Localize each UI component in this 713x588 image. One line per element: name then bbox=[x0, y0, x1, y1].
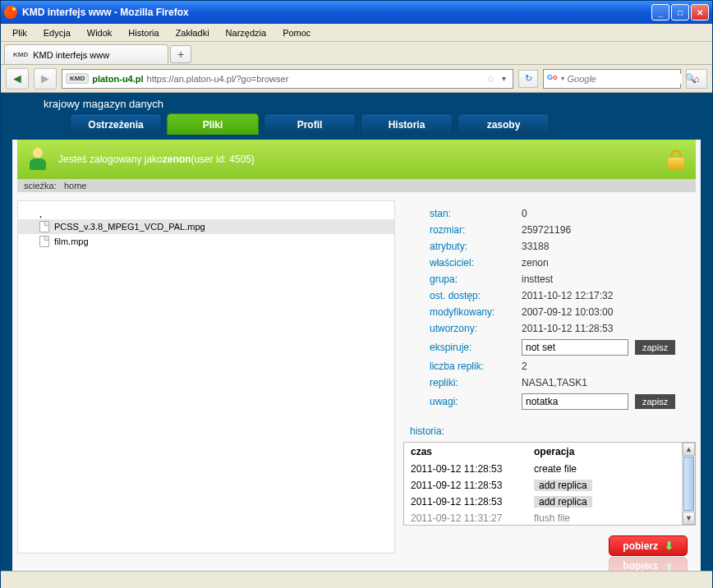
scroll-down-icon[interactable]: ▼ bbox=[683, 512, 695, 525]
search-engine-icon[interactable]: Go bbox=[547, 73, 558, 85]
file-row[interactable]: PCSS_v.3.8_MPEG1_VCD_PAL.mpg bbox=[18, 219, 394, 234]
history-op: flush file bbox=[534, 512, 570, 524]
scroll-up-icon[interactable]: ▲ bbox=[683, 443, 695, 456]
history-time: 2011-09-12 11:28:53 bbox=[411, 463, 534, 475]
search-go-icon[interactable]: 🔍 bbox=[685, 73, 697, 84]
tab-profil[interactable]: Profil bbox=[264, 113, 356, 135]
path-value[interactable]: home bbox=[64, 181, 87, 191]
menu-narzedzia[interactable]: Narzędzia bbox=[219, 26, 274, 39]
detail-value: 2007-09-12 10:03:00 bbox=[522, 306, 613, 318]
menu-plik[interactable]: Plik bbox=[6, 26, 34, 39]
url-host: platon-u4.pl bbox=[92, 74, 143, 84]
history-time: 2011-09-12 11:28:53 bbox=[411, 480, 534, 491]
detail-value: zenon bbox=[522, 257, 549, 269]
bookmark-star-icon[interactable]: ☆ bbox=[486, 73, 495, 85]
detail-label: atrybuty: bbox=[430, 241, 522, 252]
history-row: 2011-09-12 11:28:53 create file bbox=[404, 461, 682, 477]
menu-zakladki[interactable]: Zakładki bbox=[169, 26, 216, 39]
detail-value: 2011-10-12 11:28:53 bbox=[522, 323, 613, 334]
history-scrollbar[interactable]: ▲ ▼ bbox=[682, 443, 695, 525]
login-prefix: Jesteś zalogowany jako bbox=[58, 154, 163, 165]
detail-value: 33188 bbox=[522, 241, 549, 252]
detail-panel: stan:0 rozmiar:259721196 atrybuty:33188 … bbox=[403, 200, 696, 571]
login-user: zenon bbox=[163, 154, 191, 165]
detail-label: ost. dostęp: bbox=[430, 290, 522, 301]
search-box[interactable]: Go ▾ 🔍 bbox=[543, 69, 681, 89]
window-title: KMD interfejs www - Mozilla Firefox bbox=[22, 7, 651, 18]
lock-icon bbox=[668, 149, 684, 169]
detail-label: właściciel: bbox=[430, 257, 522, 269]
history-row: 2011-09-12 11:31:27 flush file bbox=[404, 510, 682, 525]
back-button[interactable]: ◄ bbox=[6, 68, 29, 90]
scroll-thumb[interactable] bbox=[683, 457, 694, 511]
menu-edycja[interactable]: Edycja bbox=[37, 26, 77, 39]
maximize-button[interactable]: □ bbox=[671, 4, 689, 21]
file-name: film.mpg bbox=[54, 237, 89, 246]
detail-label: grupa: bbox=[430, 273, 522, 285]
forward-button[interactable]: ► bbox=[34, 68, 57, 90]
detail-label: ekspiruje: bbox=[430, 342, 522, 353]
url-box[interactable]: KMD platon-u4.pl https://an.platon-u4.pl… bbox=[62, 69, 513, 89]
file-icon bbox=[39, 221, 49, 232]
minimize-button[interactable]: _ bbox=[651, 4, 669, 21]
download-button-reflection: pobierz⬇ bbox=[609, 557, 688, 571]
tab-historia[interactable]: Historia bbox=[361, 113, 453, 135]
status-bar bbox=[1, 571, 712, 588]
file-parent-dir[interactable]: . bbox=[18, 209, 394, 219]
file-list-panel: . PCSS_v.3.8_MPEG1_VCD_PAL.mpg film.mpg bbox=[17, 200, 395, 554]
detail-value: NASA1,TASK1 bbox=[522, 377, 587, 388]
download-label: pobierz bbox=[623, 540, 658, 552]
history-op[interactable]: add replica bbox=[534, 480, 592, 491]
detail-label: uwagi: bbox=[430, 396, 522, 407]
close-button[interactable]: ✕ bbox=[691, 4, 709, 21]
history-time: 2011-09-12 11:28:53 bbox=[411, 496, 534, 508]
history-time: 2011-09-12 11:31:27 bbox=[411, 512, 534, 524]
page-content: krajowy magazyn danych Ostrzeżenia Pliki… bbox=[1, 93, 712, 571]
history-col-time: czas bbox=[411, 446, 534, 457]
detail-value: 2011-10-12 12:17:32 bbox=[522, 290, 613, 301]
file-row[interactable]: film.mpg bbox=[18, 234, 394, 249]
menu-widok[interactable]: Widok bbox=[80, 26, 119, 39]
download-button[interactable]: pobierz ⬇ bbox=[609, 535, 688, 556]
chevron-down-icon[interactable]: ▾ bbox=[561, 75, 564, 82]
browser-tab[interactable]: KMD KMD interfejs www bbox=[4, 44, 168, 64]
firefox-icon bbox=[4, 6, 17, 19]
url-path: https://an.platon-u4.pl/?go=browser bbox=[147, 74, 483, 84]
detail-label: stan: bbox=[430, 208, 522, 219]
detail-value: 0 bbox=[522, 208, 527, 219]
brand-title: krajowy magazyn danych bbox=[12, 93, 701, 113]
ekspiruje-save-button[interactable]: zapisz bbox=[635, 340, 675, 355]
history-box: czas operacja 2011-09-12 11:28:53 create… bbox=[403, 442, 696, 526]
uwagi-input[interactable] bbox=[522, 393, 628, 410]
nav-toolbar: ◄ ► KMD platon-u4.pl https://an.platon-u… bbox=[1, 65, 712, 93]
file-icon bbox=[39, 236, 49, 247]
uwagi-save-button[interactable]: zapisz bbox=[635, 394, 675, 409]
login-suffix: (user id: 4505) bbox=[191, 154, 254, 165]
tab-ostrzezenia[interactable]: Ostrzeżenia bbox=[70, 113, 162, 135]
detail-value: 2 bbox=[522, 361, 527, 372]
detail-label: modyfikowany: bbox=[430, 306, 522, 318]
menu-pomoc[interactable]: Pomoc bbox=[276, 26, 317, 39]
ekspiruje-input[interactable] bbox=[522, 339, 628, 356]
detail-label: rozmiar: bbox=[430, 224, 522, 236]
url-dropdown-icon[interactable]: ▾ bbox=[499, 74, 509, 83]
search-input[interactable] bbox=[568, 74, 682, 84]
window-titlebar: KMD interfejs www - Mozilla Firefox _ □ … bbox=[1, 1, 712, 24]
history-row: 2011-09-12 11:28:53 add replica bbox=[404, 494, 682, 510]
history-op: create file bbox=[534, 463, 577, 475]
history-op[interactable]: add replica bbox=[534, 496, 592, 508]
tab-pliki[interactable]: Pliki bbox=[167, 113, 259, 135]
menu-historia[interactable]: Historia bbox=[122, 26, 165, 39]
new-tab-button[interactable]: + bbox=[170, 45, 191, 63]
detail-label: utworzony: bbox=[430, 323, 522, 334]
history-col-op: operacja bbox=[534, 446, 574, 457]
detail-value: insttest bbox=[522, 273, 553, 285]
reload-button[interactable]: ↻ bbox=[518, 70, 538, 88]
history-row: 2011-09-12 11:28:53 add replica bbox=[404, 477, 682, 494]
tab-zasoby[interactable]: zasoby bbox=[458, 113, 550, 135]
menu-bar: Plik Edycja Widok Historia Zakładki Narz… bbox=[1, 24, 712, 42]
site-identity-badge: KMD bbox=[66, 73, 89, 84]
user-avatar-icon bbox=[29, 148, 47, 171]
tab-favicon: KMD bbox=[13, 51, 28, 58]
detail-value: 259721196 bbox=[522, 224, 571, 236]
